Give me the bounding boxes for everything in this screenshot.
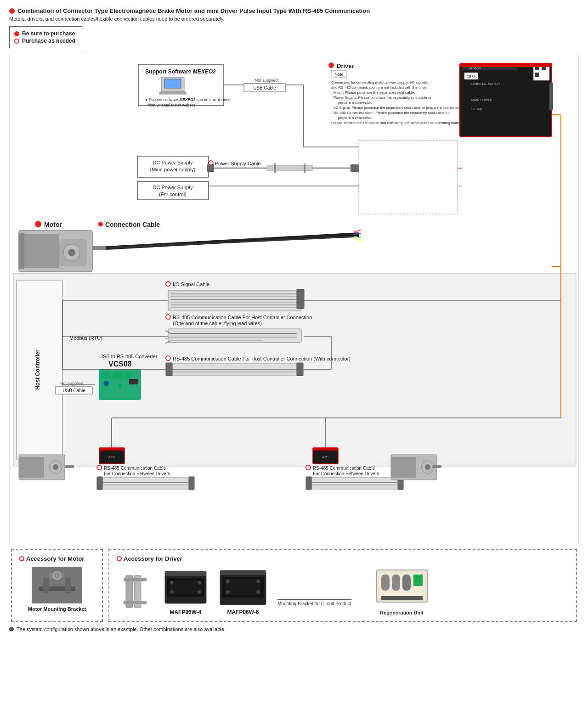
svg-rect-57 — [359, 141, 458, 214]
svg-rect-197 — [392, 575, 400, 591]
footer-note: The system configuration shown above is … — [9, 626, 579, 632]
svg-rect-187 — [220, 570, 266, 575]
mafp6-item: MAFP06W-6 — [218, 567, 268, 615]
dot-outline — [14, 39, 19, 44]
legend-be-sure: Be sure to purchase — [14, 30, 75, 37]
svg-text:- RS-485 Communication : Pleas: - RS-485 Communication : Please purchase… — [331, 111, 449, 115]
accessory-driver-label: Accessory for Driver — [117, 555, 569, 562]
svg-text:AZD-KXX: AZD-KXX — [469, 67, 481, 70]
svg-point-182 — [170, 581, 174, 585]
svg-rect-169 — [43, 577, 49, 593]
svg-rect-201 — [414, 580, 417, 582]
svg-rect-3 — [159, 92, 186, 94]
svg-rect-200 — [414, 576, 417, 578]
svg-text:For Connection Between Drivers: For Connection Between Drivers — [313, 471, 379, 476]
svg-point-191 — [256, 580, 260, 583]
svg-text:- Motor: Please purchase the s: - Motor: Please purchase the separately … — [331, 90, 415, 95]
svg-text:I/O Signal Cable: I/O Signal Cable — [173, 282, 209, 287]
svg-point-84 — [166, 282, 170, 286]
svg-rect-152 — [306, 477, 311, 490]
svg-point-162 — [425, 464, 430, 470]
accessory-driver-section: Accessory for Driver — [108, 549, 577, 622]
svg-text:VCS08: VCS08 — [108, 360, 132, 368]
svg-rect-158 — [65, 465, 74, 468]
svg-rect-202 — [418, 576, 421, 578]
title-text: Combination of Connector Type Electromag… — [17, 7, 370, 14]
svg-rect-34 — [535, 73, 539, 77]
svg-text:Note: Note — [334, 72, 343, 77]
bracket-image — [32, 567, 82, 603]
svg-text:Connection Cable: Connection Cable — [105, 221, 160, 228]
svg-rect-108 — [113, 372, 122, 379]
svg-text:Host Controller: Host Controller — [34, 349, 41, 390]
svg-rect-39 — [460, 63, 552, 67]
svg-point-62 — [98, 222, 103, 226]
svg-rect-54 — [351, 164, 359, 172]
svg-text:prepare a connector.: prepare a connector. — [338, 116, 372, 120]
svg-point-190 — [226, 580, 230, 583]
svg-rect-204 — [381, 596, 423, 600]
svg-text:RS-485 Communication Cable: RS-485 Communication Cable — [313, 466, 375, 471]
svg-text:RS-485 Communication Cable    : RS-485 Communication Cable For Host Cont… — [173, 356, 351, 361]
svg-point-193 — [256, 590, 260, 594]
svg-text:Power Supply Cable: Power Supply Cable — [215, 161, 261, 166]
svg-text:Please confirm the connector p: Please confirm the connector part number… — [331, 121, 464, 125]
svg-rect-198 — [402, 575, 411, 591]
svg-text:Driver: Driver — [337, 62, 354, 69]
svg-rect-107 — [102, 372, 111, 379]
svg-text:from Oriental Motor website.: from Oriental Motor website. — [147, 103, 197, 107]
svg-text:CE UK: CE UK — [467, 75, 477, 78]
subtitle: Motors, drivers, and connection cables/f… — [9, 16, 579, 22]
svg-rect-35 — [549, 83, 553, 110]
svg-rect-4 — [164, 79, 181, 88]
svg-point-117 — [166, 356, 170, 361]
accessory-row: Accessory for Motor Motor Mounting Brack… — [11, 549, 577, 622]
svg-rect-176 — [124, 578, 147, 581]
svg-rect-112 — [129, 379, 138, 384]
svg-text:MAIN POWER: MAIN POWER — [471, 98, 492, 101]
svg-rect-43 — [137, 181, 209, 200]
svg-point-94 — [166, 315, 170, 319]
svg-point-138 — [97, 465, 102, 470]
svg-rect-163 — [432, 465, 441, 468]
svg-point-173 — [56, 574, 58, 577]
svg-rect-70 — [19, 233, 24, 269]
footer-dot — [9, 627, 14, 631]
svg-text:(For control): (For control) — [159, 192, 187, 197]
svg-text:DC Power Supply: DC Power Supply — [153, 160, 193, 165]
svg-text:and RS-485 communication are n: and RS-485 communication are not include… — [331, 85, 429, 90]
svg-text:RS-485 Communication Cable: RS-485 Communication Cable — [104, 466, 166, 471]
svg-text:USB Cable: USB Cable — [253, 85, 276, 90]
svg-point-184 — [170, 590, 174, 594]
svg-text:Motor: Motor — [44, 221, 62, 228]
page-title: Combination of Connector Type Electromag… — [9, 7, 579, 14]
svg-rect-149 — [308, 478, 400, 489]
svg-text:Connectors for connecting moto: Connectors for connecting motor, power s… — [331, 80, 428, 85]
svg-point-69 — [68, 249, 75, 256]
diagram-svg: Support Software MEXEO2 ● Support softwa… — [10, 55, 579, 542]
bracket-small-item — [117, 573, 153, 615]
svg-point-13 — [328, 62, 334, 68]
svg-line-72 — [106, 237, 359, 248]
legend-box: Be sure to purchase Purchase as needed — [9, 26, 82, 48]
svg-text:Not supplied:: Not supplied: — [255, 78, 279, 83]
svg-point-183 — [198, 581, 201, 585]
svg-rect-66 — [23, 234, 59, 268]
svg-rect-136 — [313, 448, 338, 451]
svg-point-192 — [226, 590, 230, 594]
svg-rect-52 — [304, 163, 305, 173]
svg-point-111 — [118, 384, 122, 388]
svg-rect-147 — [97, 477, 102, 490]
regen-unit-item: Regeneration Unit — [374, 568, 430, 615]
svg-rect-53 — [207, 164, 214, 172]
motor-accessory-dot — [19, 556, 24, 561]
svg-rect-93 — [297, 289, 304, 309]
svg-text:- Power Supply: Please purchas: - Power Supply: Please purchase the sepa… — [331, 96, 432, 100]
svg-point-110 — [103, 381, 109, 386]
svg-line-76 — [354, 239, 361, 241]
svg-rect-51 — [274, 163, 276, 173]
svg-text:(Main power supply): (Main power supply) — [150, 167, 195, 172]
svg-rect-196 — [381, 575, 390, 591]
svg-point-185 — [198, 590, 201, 594]
svg-line-73 — [354, 230, 361, 232]
